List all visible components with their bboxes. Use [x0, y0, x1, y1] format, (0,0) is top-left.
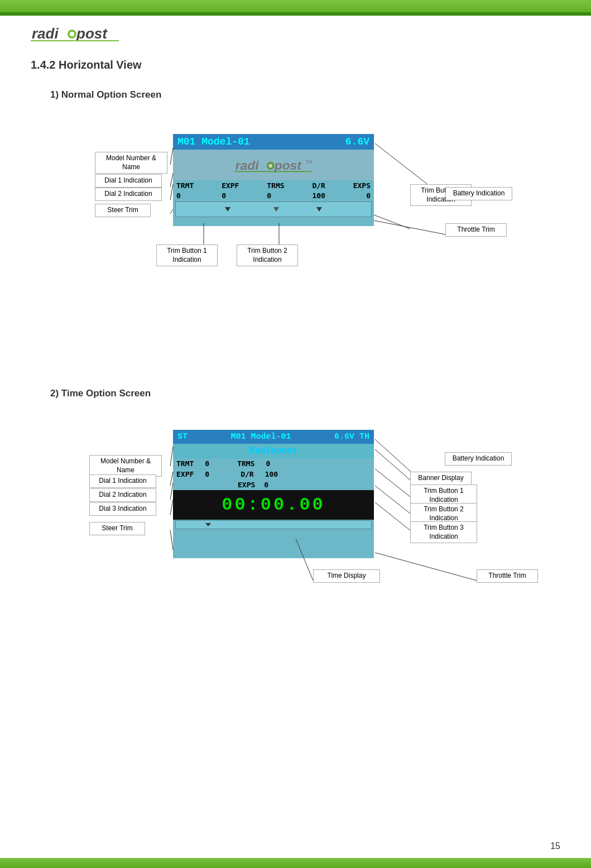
bottom-decorative-bar [0, 858, 591, 868]
logo-area: radi post [31, 22, 120, 47]
svg-line-18 [374, 215, 410, 229]
screen1-trim-bar [175, 202, 372, 217]
svg-text:radi: radi [32, 25, 59, 42]
label-throttle-trim-2: Throttle Trim [477, 569, 538, 583]
screen2-time: 00:00.00 [173, 490, 374, 520]
screen1-header: M01 Model-01 6.6V [173, 134, 374, 150]
label-trim-btn2-1: Trim Button 2Indication [237, 244, 298, 266]
label-dial1-1: Dial 1 Indication [95, 174, 162, 188]
trim-marker-2 [273, 207, 279, 212]
screen2-trim-marker-1 [205, 523, 211, 526]
label-time-display-2: Time Display [313, 569, 380, 583]
screen1-logo-svg: radi post TM [234, 156, 313, 175]
screen2-radiopost: Radiopost [173, 444, 374, 458]
screen1-data-labels: TRMT EXPF TRMS D/R EXPS [173, 180, 374, 191]
subsection1-heading: 1) Normal Option Screen [50, 89, 161, 100]
screen1-model: M01 Model-01 [177, 136, 250, 147]
svg-line-30 [375, 553, 477, 581]
label-model-number-name-2: Model Number &Name [89, 455, 162, 477]
top-decorative-bar [0, 0, 591, 16]
screen2-row1: TRMT 0 TRMS 0 [173, 458, 374, 469]
svg-line-27 [375, 469, 410, 497]
label-dial3-2: Dial 3 Indication [89, 502, 156, 516]
svg-line-29 [375, 502, 410, 530]
label-battery-2: Battery Indication [445, 452, 512, 466]
screen2-header: ST M01 Model-01 6.6V TH [173, 430, 374, 444]
screen2-row3: EXPS 0 [173, 479, 374, 490]
label-dial1-2: Dial 1 Indication [89, 474, 156, 488]
svg-text:TM: TM [305, 159, 313, 165]
screen1-content: M01 Model-01 6.6V radi post TM TRMT EXPF… [173, 134, 374, 226]
label-dial2-1: Dial 2 Indication [95, 188, 162, 201]
label-dial2-2: Dial 2 Indication [89, 488, 156, 502]
screen2-trim-bar [175, 520, 372, 529]
page-number: 15 [550, 841, 560, 851]
svg-line-19 [374, 220, 445, 234]
svg-line-28 [375, 486, 410, 514]
label-trim-btn1-1: Trim Button 1Indication [156, 244, 218, 266]
trim-marker-3 [316, 207, 322, 212]
screen2-row2: EXPF 0 D/R 100 [173, 469, 374, 479]
svg-text:radi: radi [236, 157, 259, 172]
screen2-content: ST M01 Model-01 6.6V TH Radiopost TRMT 0… [173, 430, 374, 558]
label-steer-trim-1: Steer Trim [95, 204, 151, 217]
screen2-model: M01 Model-01 [230, 432, 291, 442]
svg-text:post: post [274, 157, 302, 172]
svg-point-2 [70, 32, 74, 36]
svg-line-21 [375, 449, 410, 480]
screen1-logo-area: radi post TM [173, 150, 374, 180]
screen1-data-values: 0 0 0 100 0 [173, 191, 374, 200]
screen2-battery: 6.6V TH [334, 432, 369, 442]
screen1-container: M01 Model-01 6.6V radi post TM TRMT EXPF… [173, 134, 374, 226]
label-steer-trim-2: Steer Trim [89, 522, 145, 535]
label-trim-btn3-2: Trim Button 3Indication [410, 521, 477, 543]
subsection2-heading: 2) Time Option Screen [50, 388, 151, 399]
label-throttle-trim-1: Throttle Trim [445, 223, 507, 237]
label-banner-2: Banner Display [410, 472, 472, 485]
svg-text:post: post [76, 25, 108, 42]
trim-marker-1 [225, 207, 230, 212]
label-model-number-name-1: Model Number &Name [95, 152, 167, 174]
screen2-container: ST M01 Model-01 6.6V TH Radiopost TRMT 0… [173, 430, 374, 558]
screen1-battery: 6.6V [345, 136, 369, 147]
svg-point-7 [268, 164, 272, 167]
logo-svg: radi post [31, 22, 120, 45]
screen2-prefix: ST [177, 432, 188, 442]
label-battery-1: Battery Indication [445, 187, 512, 200]
section-heading: 1.4.2 Horizontal View [31, 59, 142, 71]
